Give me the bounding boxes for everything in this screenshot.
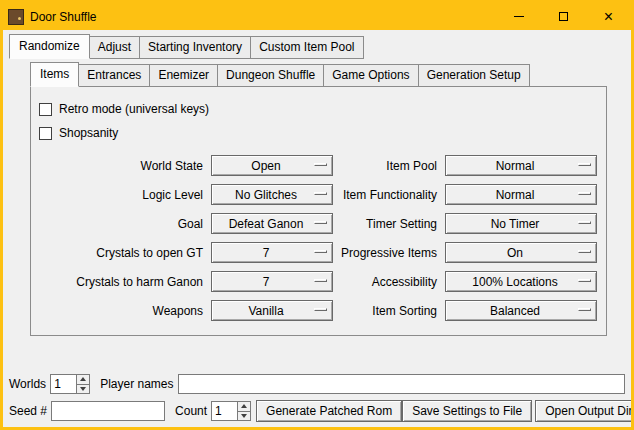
dropdown-indicator-icon <box>578 308 591 311</box>
timer-setting-label: Timer Setting <box>337 217 441 231</box>
tab-randomize[interactable]: Randomize <box>9 34 90 59</box>
item-functionality-label: Item Functionality <box>337 188 441 202</box>
items-tab-panel: Retro mode (universal keys) Shopsanity W… <box>30 86 607 336</box>
accessibility-value: 100% Locations <box>468 275 573 289</box>
weapons-label: Weapons <box>39 304 207 318</box>
shopsanity-label: Shopsanity <box>59 126 118 140</box>
timer-setting-dropdown[interactable]: No Timer <box>445 213 597 234</box>
tab-game-options[interactable]: Game Options <box>323 64 418 87</box>
worlds-spinbox <box>50 374 90 394</box>
generate-patched-rom-button[interactable]: Generate Patched Rom <box>256 400 402 422</box>
goal-value: Defeat Ganon <box>225 217 320 231</box>
tab-items[interactable]: Items <box>30 62 79 87</box>
titlebar[interactable]: Door Shuffle × <box>3 3 631 30</box>
tab-starting-inventory[interactable]: Starting Inventory <box>139 36 251 59</box>
dropdown-indicator-icon <box>314 163 327 166</box>
crystals-harm-ganon-label: Crystals to harm Ganon <box>39 275 207 289</box>
count-spin-up-button[interactable] <box>237 401 251 412</box>
player-names-input[interactable] <box>178 374 626 394</box>
tab-generation-setup[interactable]: Generation Setup <box>418 64 530 87</box>
retro-mode-label: Retro mode (universal keys) <box>59 102 209 116</box>
worlds-input[interactable] <box>50 374 76 394</box>
worlds-spin-up-button[interactable] <box>76 374 90 385</box>
dropdown-indicator-icon <box>578 250 591 253</box>
minimize-icon <box>514 16 524 17</box>
app-icon <box>8 9 24 25</box>
retro-mode-checkbox[interactable]: Retro mode (universal keys) <box>39 97 209 121</box>
seed-input[interactable] <box>51 401 165 421</box>
crystals-harm-ganon-dropdown[interactable]: 7 <box>211 271 333 292</box>
item-functionality-value: Normal <box>492 188 551 202</box>
item-pool-dropdown[interactable]: Normal <box>445 155 597 176</box>
shopsanity-checkbox[interactable]: Shopsanity <box>39 121 118 145</box>
checkbox-icon <box>39 103 52 116</box>
progressive-items-dropdown[interactable]: On <box>445 242 597 263</box>
save-settings-button[interactable]: Save Settings to File <box>402 400 532 422</box>
dropdown-indicator-icon <box>578 279 591 282</box>
sub-tab-bar: Items Entrances Enemizer Dungeon Shuffle… <box>30 64 628 87</box>
close-button[interactable]: × <box>586 3 631 30</box>
world-state-value: Open <box>247 159 296 173</box>
maximize-button[interactable] <box>541 3 586 30</box>
accessibility-dropdown[interactable]: 100% Locations <box>445 271 597 292</box>
dropdown-indicator-icon <box>314 250 327 253</box>
tab-enemizer[interactable]: Enemizer <box>149 64 218 87</box>
timer-setting-value: No Timer <box>487 217 556 231</box>
worlds-spin-arrows <box>76 374 90 394</box>
world-state-dropdown[interactable]: Open <box>211 155 333 176</box>
seed-row: Seed # Count Generate Patched Rom Save S… <box>6 400 628 422</box>
item-functionality-dropdown[interactable]: Normal <box>445 184 597 205</box>
worlds-label: Worlds <box>9 377 46 391</box>
tab-adjust[interactable]: Adjust <box>89 36 140 59</box>
crystals-open-gt-dropdown[interactable]: 7 <box>211 242 333 263</box>
progressive-items-value: On <box>503 246 539 260</box>
window-body: Randomize Adjust Starting Inventory Cust… <box>3 30 631 427</box>
accessibility-label: Accessibility <box>337 275 441 289</box>
crystals-open-gt-value: 7 <box>259 246 286 260</box>
main-tab-bar: Randomize Adjust Starting Inventory Cust… <box>9 36 628 59</box>
window-title: Door Shuffle <box>30 10 97 24</box>
count-label: Count <box>175 404 207 418</box>
arrow-up-icon <box>241 404 247 408</box>
dropdown-indicator-icon <box>314 221 327 224</box>
minimize-button[interactable] <box>496 3 541 30</box>
arrow-up-icon <box>80 377 86 381</box>
seed-label: Seed # <box>9 404 47 418</box>
tab-custom-item-pool[interactable]: Custom Item Pool <box>250 36 363 59</box>
count-spinbox <box>211 401 251 421</box>
goal-label: Goal <box>39 217 207 231</box>
worlds-spin-down-button[interactable] <box>76 385 90 395</box>
dropdown-indicator-icon <box>314 308 327 311</box>
item-sorting-value: Balanced <box>486 304 556 318</box>
item-sorting-dropdown[interactable]: Balanced <box>445 300 597 321</box>
progressive-items-label: Progressive Items <box>337 246 441 260</box>
tab-dungeon-shuffle[interactable]: Dungeon Shuffle <box>217 64 324 87</box>
count-spin-down-button[interactable] <box>237 412 251 422</box>
count-spin-arrows <box>237 401 251 421</box>
logic-level-value: No Glitches <box>231 188 313 202</box>
weapons-value: Vanilla <box>244 304 299 318</box>
arrow-down-icon <box>241 414 247 418</box>
window-controls: × <box>496 3 631 30</box>
goal-dropdown[interactable]: Defeat Ganon <box>211 213 333 234</box>
checkbox-icon <box>39 127 52 140</box>
crystals-harm-ganon-value: 7 <box>259 275 286 289</box>
crystals-open-gt-label: Crystals to open GT <box>39 246 207 260</box>
logic-level-label: Logic Level <box>39 188 207 202</box>
world-state-label: World State <box>39 159 207 173</box>
tab-entrances[interactable]: Entrances <box>78 64 150 87</box>
door-shuffle-window: Door Shuffle × Randomize Adjust Starting… <box>0 0 634 430</box>
player-names-label: Player names <box>100 377 173 391</box>
dropdown-indicator-icon <box>578 192 591 195</box>
weapons-dropdown[interactable]: Vanilla <box>211 300 333 321</box>
item-pool-label: Item Pool <box>337 159 441 173</box>
open-output-directory-button[interactable]: Open Output Directory <box>535 400 634 422</box>
logic-level-dropdown[interactable]: No Glitches <box>211 184 333 205</box>
worlds-row: Worlds Player names <box>6 374 628 394</box>
close-icon: × <box>604 9 613 25</box>
arrow-down-icon <box>80 387 86 391</box>
dropdown-indicator-icon <box>314 279 327 282</box>
count-input[interactable] <box>211 401 237 421</box>
dropdown-indicator-icon <box>578 163 591 166</box>
output-buttons-group: Save Settings to File Open Output Direct… <box>402 400 634 422</box>
